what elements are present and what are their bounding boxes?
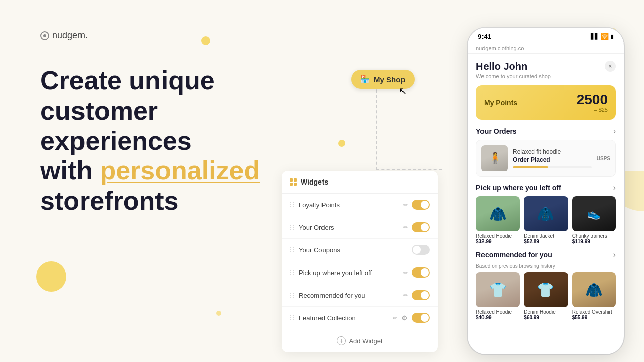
widget-row-left: Your Coupons [290, 246, 340, 254]
points-label: My Points [484, 99, 517, 107]
orders-arrow-icon[interactable]: › [613, 127, 616, 136]
points-value-block: 2500 = $25 [577, 93, 608, 113]
order-image: 🧍 [481, 145, 508, 171]
hoodie-beige-img: 👕 [476, 272, 520, 307]
widget-row-pickup: Pick up where you left off ✏ [282, 261, 438, 284]
product-image-trainers: 👟 [572, 196, 616, 231]
trainers-img: 👟 [572, 196, 616, 231]
close-button[interactable]: × [605, 61, 616, 72]
widget-label: Your Orders [299, 224, 334, 231]
order-progress-bar [513, 166, 592, 168]
points-card: My Points 2500 = $25 [476, 85, 616, 120]
widget-row-left: Recommended for you [290, 292, 365, 299]
product-price: $32.99 [476, 239, 520, 244]
product-card[interactable]: 🧥 Relaxed Overshirt $55.99 [572, 272, 616, 320]
denim-jacket-img: 🧥 [524, 196, 568, 231]
close-icon: × [608, 63, 612, 70]
edit-icon[interactable]: ✏ [403, 202, 408, 208]
add-widget-plus-icon: + [337, 336, 346, 345]
recommended-arrow-icon[interactable]: › [613, 250, 616, 259]
toggle-coupons[interactable] [412, 245, 430, 255]
orders-section-header: Your Orders › [476, 127, 616, 136]
product-price: $40.99 [476, 315, 520, 320]
product-card[interactable]: 🧥 Relaxed Hoodie $32.99 [476, 196, 520, 244]
product-image-hoodie-green: 🧥 [476, 196, 520, 231]
phone-content: Hello John Welcome to your curated shop … [468, 54, 624, 340]
dashed-connector [376, 84, 442, 170]
points-number: 2500 [577, 93, 608, 107]
order-info: Relaxed fit hoodie Order Placed [513, 148, 592, 168]
phone-greeting-block: Hello John Welcome to your curated shop [476, 61, 551, 79]
widget-actions: ✏ ⚙ [393, 313, 430, 323]
toggle-featured[interactable] [412, 313, 430, 323]
battery-icon: ▮ [611, 33, 614, 40]
widget-row-left: Loyalty Points [290, 201, 340, 209]
recommended-subtitle: Based on previous browsing history [476, 263, 616, 269]
order-name: Relaxed fit hoodie [513, 148, 592, 155]
product-image-hoodie-brown: 👕 [524, 272, 568, 307]
shop-icon: 🏪 [360, 75, 370, 84]
order-status: Order Placed [513, 156, 592, 163]
toggle-orders[interactable] [412, 222, 430, 232]
points-equiv: = $25 [577, 107, 608, 113]
toggle-recommended[interactable] [412, 290, 430, 300]
drag-handle[interactable] [290, 225, 295, 230]
gear-icon[interactable]: ⚙ [401, 314, 408, 322]
widget-row-loyalty: Loyalty Points ✏ [282, 194, 438, 216]
widgets-grid-icon [290, 178, 297, 186]
cursor: ↖ [399, 85, 407, 97]
toggle-loyalty[interactable] [412, 200, 430, 210]
edit-icon[interactable]: ✏ [393, 315, 397, 321]
order-carrier: USPS [597, 156, 610, 161]
widget-row-coupons: Your Coupons [282, 239, 438, 261]
drag-handle[interactable] [290, 247, 295, 252]
widget-label: Featured Collection [299, 314, 356, 322]
order-progress-fill [513, 166, 548, 168]
widget-label: Pick up where you left off [299, 269, 372, 277]
widget-actions: ✏ [403, 200, 430, 210]
widget-row-orders: Your Orders ✏ [282, 216, 438, 239]
product-name: Relaxed Hoodie [476, 309, 520, 315]
product-card[interactable]: 👟 Chunky trainers $119.99 [572, 196, 616, 244]
phone-greeting: Hello John [476, 61, 551, 72]
product-price: $55.99 [572, 315, 616, 320]
order-card[interactable]: 🧍 Relaxed fit hoodie Order Placed USPS [476, 140, 616, 177]
hero-title: Create unique customer experiences with … [40, 66, 282, 216]
widget-actions [412, 245, 430, 255]
edit-icon[interactable]: ✏ [403, 292, 408, 299]
order-person-img: 🧍 [481, 145, 508, 171]
recommended-section-header: Recommended for you › [476, 250, 616, 259]
widget-row-left: Pick up where you left off [290, 269, 372, 277]
product-card[interactable]: 👕 Denim Hoodie $60.99 [524, 272, 568, 320]
add-widget-label: Add Widget [349, 337, 382, 345]
product-card[interactable]: 👕 Relaxed Hoodie $40.99 [476, 272, 520, 320]
pickup-arrow-icon[interactable]: › [613, 183, 616, 192]
phone-time: 9:41 [478, 33, 491, 40]
phone-sub-greeting: Welcome to your curated shop [476, 73, 551, 79]
deco-circle-mid [338, 140, 345, 147]
product-price: $60.99 [524, 315, 568, 320]
add-widget-row[interactable]: + Add Widget [282, 329, 438, 352]
drag-handle[interactable] [290, 293, 295, 298]
drag-handle[interactable] [290, 202, 295, 207]
recommended-products-row: 👕 Relaxed Hoodie $40.99 👕 Denim Hoodie $… [476, 272, 616, 320]
drag-handle[interactable] [290, 270, 295, 275]
recommended-section-title: Recommended for you [476, 251, 552, 259]
drag-handle[interactable] [290, 315, 295, 320]
phone-browser-bar: nudgem.clothing.co [468, 43, 624, 54]
widget-actions: ✏ [403, 222, 430, 232]
widget-row-featured: Featured Collection ✏ ⚙ [282, 307, 438, 329]
product-card[interactable]: 🧥 Denim Jacket $52.89 [524, 196, 568, 244]
pickup-products-row: 🧥 Relaxed Hoodie $32.99 🧥 Denim Jacket $… [476, 196, 616, 244]
pickup-section-title: Pick up where you left off [476, 184, 561, 192]
widget-panel: Widgets Loyalty Points ✏ Your Orders ✏ [282, 171, 438, 352]
edit-icon[interactable]: ✏ [403, 269, 408, 276]
widget-panel-title: Widgets [301, 178, 328, 186]
product-price: $52.89 [524, 239, 568, 244]
widget-panel-header: Widgets [282, 171, 438, 194]
toggle-pickup[interactable] [412, 267, 430, 278]
hoodie-green-img: 🧥 [476, 196, 520, 231]
phone-status-icons: ▋▋ 🛜 ▮ [591, 33, 614, 40]
edit-icon[interactable]: ✏ [403, 224, 408, 231]
logo-icon [40, 31, 49, 40]
